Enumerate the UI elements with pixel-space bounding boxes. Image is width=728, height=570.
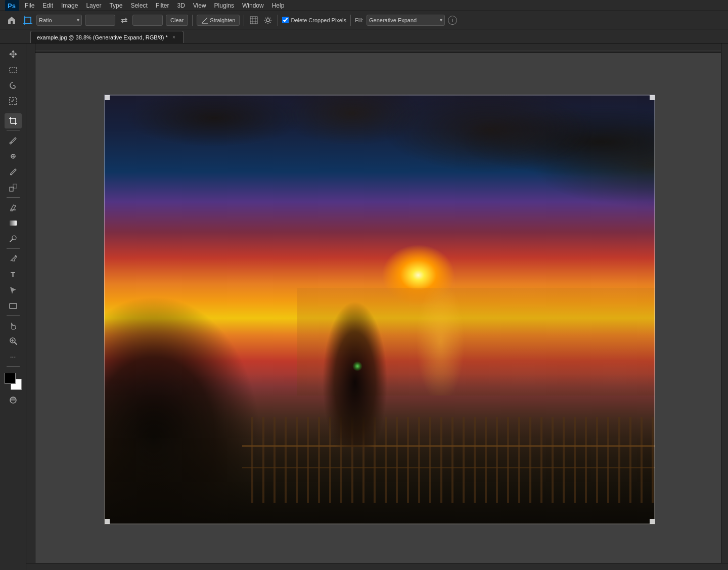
person-mid-silhouette [313,232,396,447]
photo-canvas[interactable] [104,95,655,524]
lens-flare [352,361,362,371]
fill-label: Fill: [355,17,363,23]
ruler-horizontal [26,43,721,53]
swap-dimensions-button[interactable]: ⇄ [118,15,129,26]
separator-4 [350,15,351,26]
separator-3 [278,15,278,26]
separator-2 [244,15,244,26]
svg-line-5 [202,18,207,23]
clear-button[interactable]: Clear [166,15,188,26]
menu-type[interactable]: Type [106,1,126,10]
tool-move[interactable] [5,47,22,62]
svg-rect-13 [10,67,17,72]
tool-healing[interactable] [5,149,22,164]
svg-rect-7 [250,17,257,24]
home-button[interactable] [4,13,19,28]
tool-separator-1 [7,111,20,111]
tool-object-selection[interactable] [5,94,22,109]
tool-shape[interactable] [5,298,22,313]
svg-rect-2 [25,17,31,23]
menu-layer[interactable]: Layer [82,1,105,10]
fill-dropdown[interactable]: Generative Expand Content-Aware None [367,15,445,26]
menu-image[interactable]: Image [58,1,81,10]
crop-height-input[interactable] [132,15,163,26]
tool-clone-stamp[interactable] [5,180,22,195]
tool-gradient[interactable] [5,215,22,231]
crop-width-input[interactable] [85,15,115,26]
foreground-color-swatch[interactable] [5,373,16,384]
tool-pen[interactable] [5,251,22,266]
menu-file[interactable]: File [21,1,38,10]
tool-separator-4 [7,248,20,249]
canvas-container [104,95,655,524]
svg-line-36 [15,342,17,344]
crop-settings-button[interactable] [262,15,274,26]
svg-point-32 [15,255,16,257]
svg-rect-42 [26,43,35,563]
tool-separator-6 [7,366,20,367]
ruler-vertical [26,43,35,563]
menu-filter[interactable]: Filter [152,1,173,10]
ratio-dropdown-wrapper: Ratio [36,15,82,26]
canvas-area [26,43,728,570]
tool-marquee[interactable] [5,62,22,77]
svg-rect-29 [10,221,17,226]
straighten-button[interactable]: Straighten [197,15,240,26]
tool-text[interactable]: T [5,267,22,282]
toolbar: T [0,43,26,570]
menu-bar: Ps File Edit Image Layer Type Select Fil… [0,0,728,11]
document-tab[interactable]: example.jpg @ 38.8% (Generative Expand, … [30,31,184,43]
color-swatches[interactable] [5,373,22,390]
menu-select[interactable]: Select [127,1,151,10]
delete-cropped-label[interactable]: Delete Cropped Pixels [282,17,346,23]
menu-window[interactable]: Window [239,1,267,10]
tool-separator-2 [7,130,20,131]
app-logo: Ps [4,0,20,14]
menu-edit[interactable]: Edit [39,1,57,10]
fence-rail-bottom [242,467,656,468]
grid-overlay-button[interactable] [248,15,259,26]
tool-path-select[interactable] [5,282,22,297]
fill-dropdown-wrapper: Generative Expand Content-Aware None [367,15,445,26]
svg-rect-25 [13,184,17,188]
svg-rect-33 [10,303,17,309]
scrollbar-horizontal[interactable] [26,563,728,570]
tool-eraser[interactable] [5,200,22,215]
tool-brush[interactable] [5,164,22,180]
tab-title: example.jpg @ 38.8% (Generative Expand, … [37,34,168,40]
tool-crop[interactable] [5,113,22,128]
separator-1 [192,15,193,26]
scrollbar-vertical[interactable] [721,43,728,570]
menu-plugins[interactable]: Plugins [211,1,238,10]
options-bar: Ratio ⇄ Clear Straighten [0,11,728,29]
tab-close-button[interactable]: × [171,34,177,40]
tab-bar: example.jpg @ 38.8% (Generative Expand, … [0,29,728,43]
main-layout: T [0,43,728,570]
svg-rect-40 [26,43,721,53]
svg-rect-24 [10,187,13,191]
tool-hand[interactable] [5,318,22,333]
fence-overlay [242,417,656,503]
menu-view[interactable]: View [190,1,210,10]
menu-3d[interactable]: 3D [173,1,188,10]
delete-cropped-checkbox[interactable] [282,17,289,23]
svg-point-12 [266,19,269,22]
tool-separator-5 [7,315,20,316]
crop-tool-icon[interactable] [22,15,33,26]
tool-extra[interactable]: ··· [5,349,22,364]
svg-text:Ps: Ps [8,2,16,10]
menu-help[interactable]: Help [268,1,288,10]
tool-quick-mask[interactable] [5,392,22,408]
fence-rail-top [242,445,656,447]
svg-rect-14 [10,98,17,105]
info-icon[interactable]: i [448,16,457,25]
tool-zoom[interactable] [5,333,22,348]
tool-separator-3 [7,197,20,198]
tool-lasso[interactable] [5,78,22,93]
svg-line-31 [10,239,13,242]
ratio-dropdown[interactable]: Ratio [36,15,82,26]
tool-dodge[interactable] [5,231,22,246]
tool-eyedropper[interactable] [5,133,22,148]
svg-point-23 [10,174,12,176]
